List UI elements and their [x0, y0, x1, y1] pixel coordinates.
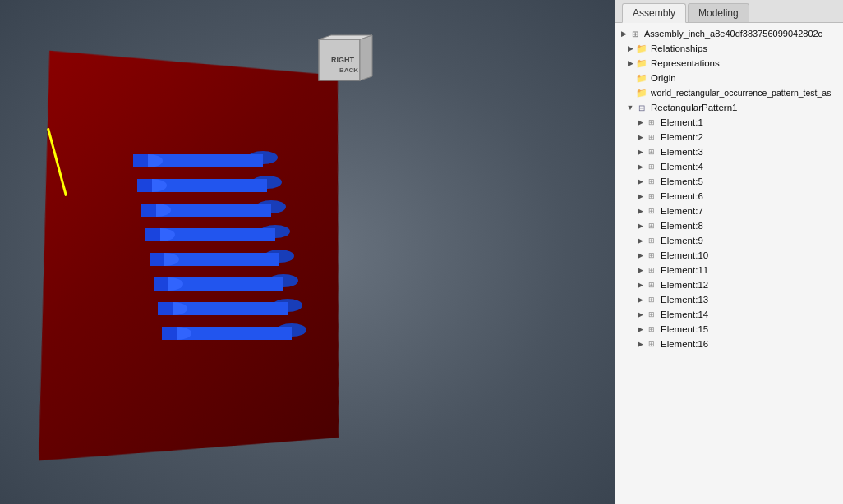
tree-item-element6[interactable]: ⊞ Element:6	[615, 189, 843, 204]
tree-item-element12[interactable]: ⊞ Element:12	[615, 277, 843, 292]
element3-icon: ⊞	[645, 146, 658, 158]
relationships-arrow[interactable]	[625, 44, 635, 53]
rectangular-pattern-label: RectangularPattern1	[651, 103, 737, 112]
tree-root-item[interactable]: ⊞ Assembly_inch_a8e40df383756099042802c	[615, 26, 843, 41]
element6-label: Element:6	[661, 191, 703, 201]
tree-item-element13[interactable]: ⊞ Element:13	[615, 292, 843, 307]
tree-item-element16[interactable]: ⊞ Element:16	[615, 337, 843, 351]
cylinders-svg	[123, 131, 353, 361]
element3-arrow[interactable]	[635, 147, 645, 157]
element7-arrow[interactable]	[635, 206, 645, 216]
svg-text:RIGHT: RIGHT	[331, 56, 355, 64]
element5-arrow[interactable]	[635, 176, 645, 186]
root-label: Assembly_inch_a8e40df383756099042802c	[644, 29, 822, 39]
svg-rect-29	[177, 327, 292, 340]
element8-label: Element:8	[661, 221, 703, 231]
element6-arrow[interactable]	[635, 191, 645, 201]
viewport[interactable]: RIGHT BACK	[0, 0, 615, 504]
element13-arrow[interactable]	[635, 295, 645, 305]
rectangular-pattern-arrow[interactable]	[625, 103, 635, 112]
root-arrow[interactable]	[619, 29, 629, 39]
element2-arrow[interactable]	[635, 132, 645, 142]
tree-item-element3[interactable]: ⊞ Element:3	[615, 144, 843, 159]
tab-modeling[interactable]: Modeling	[688, 3, 749, 22]
element5-label: Element:5	[661, 176, 703, 186]
element14-icon: ⊞	[645, 309, 658, 320]
tree-item-relationships[interactable]: 📁 Relationships	[615, 41, 843, 56]
world-pattern-arrow	[625, 88, 635, 98]
tree-item-element9[interactable]: ⊞ Element:9	[615, 233, 843, 248]
svg-rect-5	[152, 179, 267, 192]
element9-arrow[interactable]	[635, 236, 645, 245]
element8-icon: ⊞	[645, 220, 658, 231]
element2-icon: ⊞	[645, 131, 658, 143]
main-container: RIGHT BACK Assembly Modeling ⊞ Assembly_…	[0, 0, 843, 504]
tree-item-element8[interactable]: ⊞ Element:8	[615, 218, 843, 233]
svg-text:BACK: BACK	[339, 66, 358, 74]
origin-label: Origin	[651, 73, 676, 83]
svg-rect-19	[150, 253, 164, 266]
element13-icon: ⊞	[645, 294, 658, 305]
tree-panel[interactable]: ⊞ Assembly_inch_a8e40df383756099042802c …	[615, 23, 843, 504]
tree-item-element7[interactable]: ⊞ Element:7	[615, 204, 843, 218]
svg-rect-21	[168, 277, 283, 291]
svg-rect-9	[156, 204, 271, 217]
representations-arrow[interactable]	[625, 58, 635, 68]
element10-label: Element:10	[661, 250, 708, 260]
element15-label: Element:15	[661, 324, 708, 334]
element14-label: Element:14	[661, 309, 708, 319]
right-panel: Assembly Modeling ⊞ Assembly_inch_a8e40d…	[615, 0, 843, 504]
element10-arrow[interactable]	[635, 250, 645, 260]
world-pattern-folder-icon: 📁	[635, 87, 648, 99]
element11-arrow[interactable]	[635, 265, 645, 275]
element4-label: Element:4	[661, 162, 703, 172]
tree-item-element11[interactable]: ⊞ Element:11	[615, 263, 843, 277]
tree-item-representations[interactable]: 📁 Representations	[615, 56, 843, 71]
element15-icon: ⊞	[645, 323, 658, 335]
representations-label: Representations	[651, 58, 720, 68]
svg-rect-7	[137, 179, 152, 192]
element7-label: Element:7	[661, 206, 703, 216]
svg-rect-17	[164, 253, 279, 266]
relationships-label: Relationships	[651, 44, 707, 53]
element12-icon: ⊞	[645, 279, 658, 291]
element16-arrow[interactable]	[635, 339, 645, 349]
tree-item-element4[interactable]: ⊞ Element:4	[615, 159, 843, 174]
tree-item-rectangular-pattern[interactable]: ⊟ RectangularPattern1	[615, 100, 843, 115]
svg-rect-11	[141, 204, 156, 217]
tree-item-element1[interactable]: ⊞ Element:1	[615, 115, 843, 130]
svg-rect-23	[154, 277, 168, 291]
tree-item-origin[interactable]: 📁 Origin	[615, 71, 843, 85]
element4-arrow[interactable]	[635, 162, 645, 172]
element9-icon: ⊞	[645, 235, 658, 246]
tree-item-element15[interactable]: ⊞ Element:15	[615, 322, 843, 337]
element15-arrow[interactable]	[635, 324, 645, 334]
world-pattern-label: world_rectangular_occurrence_pattern_tes…	[651, 88, 831, 98]
tree-item-element2[interactable]: ⊞ Element:2	[615, 130, 843, 144]
element1-arrow[interactable]	[635, 117, 645, 127]
element11-label: Element:11	[661, 265, 708, 275]
tab-assembly[interactable]: Assembly	[622, 3, 686, 23]
tree-item-element5[interactable]: ⊞ Element:5	[615, 174, 843, 189]
element8-arrow[interactable]	[635, 221, 645, 231]
element14-arrow[interactable]	[635, 309, 645, 319]
origin-folder-icon: 📁	[635, 72, 648, 84]
svg-rect-1	[148, 154, 263, 167]
tree-item-world-pattern[interactable]: 📁 world_rectangular_occurrence_pattern_t…	[615, 85, 843, 100]
element13-label: Element:13	[661, 295, 708, 305]
svg-rect-15	[145, 228, 160, 241]
representations-folder-icon: 📁	[635, 57, 648, 69]
assembly-icon: ⊞	[629, 28, 642, 39]
svg-rect-25	[173, 302, 288, 315]
element12-arrow[interactable]	[635, 280, 645, 290]
rectangular-pattern-icon: ⊟	[635, 102, 648, 113]
svg-marker-33	[360, 35, 372, 80]
element1-label: Element:1	[661, 117, 703, 127]
origin-arrow	[625, 73, 635, 83]
element3-label: Element:3	[661, 147, 703, 157]
nav-cube[interactable]: RIGHT BACK	[311, 31, 372, 93]
element2-label: Element:2	[661, 132, 703, 142]
tree-item-element10[interactable]: ⊞ Element:10	[615, 248, 843, 263]
element4-icon: ⊞	[645, 161, 658, 172]
tree-item-element14[interactable]: ⊞ Element:14	[615, 307, 843, 322]
